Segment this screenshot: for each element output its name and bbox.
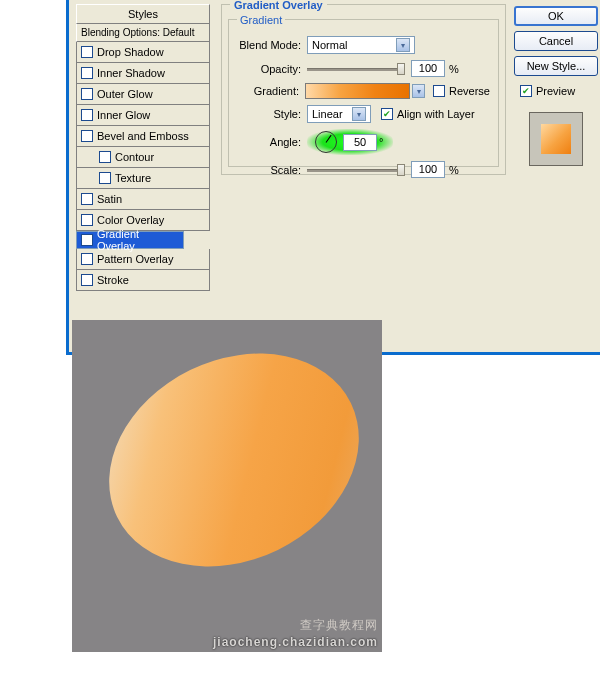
style-item-label: Drop Shadow xyxy=(97,46,164,58)
angle-input[interactable]: 50 xyxy=(343,134,377,151)
style-checkbox[interactable] xyxy=(81,274,93,286)
style-checkbox[interactable] xyxy=(81,214,93,226)
chevron-down-icon: ▾ xyxy=(352,107,366,121)
style-item-label: Stroke xyxy=(97,274,129,286)
opacity-slider[interactable] xyxy=(307,66,405,72)
style-item-gradient-overlay[interactable]: ✔Gradient Overlay xyxy=(76,231,184,249)
style-checkbox[interactable] xyxy=(81,109,93,121)
preview-label: Preview xyxy=(536,85,575,97)
preview-swatch-box xyxy=(529,112,583,166)
style-item-label: Gradient Overlay xyxy=(97,228,179,252)
degree-label: ° xyxy=(379,136,383,148)
style-checkbox[interactable] xyxy=(81,253,93,265)
layer-style-dialog: Styles Blending Options: Default Drop Sh… xyxy=(66,0,600,355)
style-checkbox[interactable] xyxy=(81,67,93,79)
blend-mode-value: Normal xyxy=(312,39,347,51)
style-item-stroke[interactable]: Stroke xyxy=(76,270,210,291)
angle-highlight: 50 ° xyxy=(307,129,393,155)
style-checkbox[interactable] xyxy=(81,193,93,205)
style-item-label: Satin xyxy=(97,193,122,205)
style-checkbox[interactable] xyxy=(81,46,93,58)
style-item-inner-glow[interactable]: Inner Glow xyxy=(76,105,210,126)
gradient-label: Gradient: xyxy=(237,85,305,97)
styles-column: Styles Blending Options: Default Drop Sh… xyxy=(76,4,210,291)
align-label: Align with Layer xyxy=(397,108,475,120)
style-item-outer-glow[interactable]: Outer Glow xyxy=(76,84,210,105)
style-item-label: Inner Glow xyxy=(97,109,150,121)
blending-options-default[interactable]: Blending Options: Default xyxy=(76,24,210,42)
style-item-label: Inner Shadow xyxy=(97,67,165,79)
new-style-button[interactable]: New Style... xyxy=(514,56,598,76)
panel-title: Gradient Overlay xyxy=(230,0,327,11)
opacity-input[interactable]: 100 xyxy=(411,60,445,77)
align-checkbox[interactable]: ✔ xyxy=(381,108,393,120)
reverse-checkbox[interactable] xyxy=(433,85,445,97)
result-preview: 查字典教程网 jiaocheng.chazidian.com xyxy=(72,320,382,652)
style-checkbox[interactable] xyxy=(81,88,93,100)
cancel-button[interactable]: Cancel xyxy=(514,31,598,51)
style-item-label: Color Overlay xyxy=(97,214,164,226)
chevron-down-icon: ▾ xyxy=(396,38,410,52)
gradient-group-label: Gradient xyxy=(237,14,285,26)
style-checkbox[interactable] xyxy=(99,172,111,184)
style-checkbox[interactable] xyxy=(81,130,93,142)
percent-label: % xyxy=(449,63,459,75)
watermark-text: 查字典教程网 xyxy=(300,617,378,634)
gradient-overlay-panel: Gradient Overlay Gradient Blend Mode: No… xyxy=(221,4,506,175)
gradient-ellipse xyxy=(73,313,394,607)
style-item-contour[interactable]: Contour xyxy=(76,147,210,168)
angle-dial[interactable] xyxy=(315,131,337,153)
style-item-inner-shadow[interactable]: Inner Shadow xyxy=(76,63,210,84)
percent-label: % xyxy=(449,164,459,176)
style-label: Style: xyxy=(237,108,307,120)
style-checkbox[interactable] xyxy=(99,151,111,163)
preview-swatch xyxy=(541,124,571,154)
style-item-bevel-and-emboss[interactable]: Bevel and Emboss xyxy=(76,126,210,147)
angle-label: Angle: xyxy=(237,136,307,148)
preview-checkbox[interactable]: ✔ xyxy=(520,85,532,97)
style-item-label: Texture xyxy=(115,172,151,184)
style-item-satin[interactable]: Satin xyxy=(76,189,210,210)
watermark-url: jiaocheng.chazidian.com xyxy=(213,635,378,649)
style-item-label: Contour xyxy=(115,151,154,163)
styles-header: Styles xyxy=(76,4,210,24)
reverse-label: Reverse xyxy=(449,85,490,97)
style-checkbox[interactable]: ✔ xyxy=(81,234,93,246)
gradient-swatch[interactable] xyxy=(305,83,410,99)
opacity-label: Opacity: xyxy=(237,63,307,75)
style-item-pattern-overlay[interactable]: Pattern Overlay xyxy=(76,249,210,270)
dialog-buttons: OK Cancel New Style... ✔ Preview xyxy=(514,6,598,166)
style-item-label: Outer Glow xyxy=(97,88,153,100)
style-item-label: Bevel and Emboss xyxy=(97,130,189,142)
blend-mode-label: Blend Mode: xyxy=(237,39,307,51)
blend-mode-select[interactable]: Normal ▾ xyxy=(307,36,415,54)
chevron-down-icon[interactable]: ▾ xyxy=(412,84,426,98)
style-select[interactable]: Linear ▾ xyxy=(307,105,371,123)
scale-label: Scale: xyxy=(237,164,307,176)
scale-slider[interactable] xyxy=(307,167,405,173)
style-value: Linear xyxy=(312,108,343,120)
style-item-label: Pattern Overlay xyxy=(97,253,173,265)
style-item-drop-shadow[interactable]: Drop Shadow xyxy=(76,42,210,63)
scale-input[interactable]: 100 xyxy=(411,161,445,178)
ok-button[interactable]: OK xyxy=(514,6,598,26)
style-item-texture[interactable]: Texture xyxy=(76,168,210,189)
